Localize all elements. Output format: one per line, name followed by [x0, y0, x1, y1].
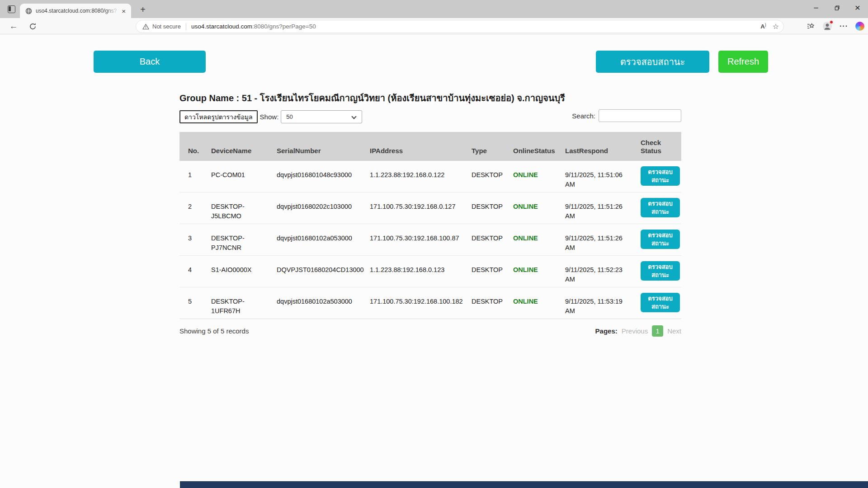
row-check-status-button[interactable]: ตรวจสอบสถานะ — [641, 166, 680, 186]
search-input[interactable] — [599, 109, 681, 122]
minimize-button[interactable]: – — [806, 0, 826, 15]
restore-button[interactable] — [826, 0, 847, 15]
row-check-status-button[interactable]: ตรวจสอบสถานะ — [641, 230, 680, 249]
cell-type: DESKTOP — [472, 224, 513, 255]
cell-serial-number: dqvpjst01680102a053000 — [277, 224, 370, 255]
cell-no: 2 — [179, 192, 211, 224]
device-table: No. DeviceName SerialNumber IPAddress Ty… — [179, 132, 681, 319]
tab-close-icon[interactable]: × — [120, 7, 127, 15]
col-header-online-status: OnlineStatus — [513, 132, 565, 161]
back-button[interactable]: Back — [94, 51, 206, 73]
refresh-nav-icon[interactable] — [26, 20, 39, 33]
favorite-star-icon[interactable]: ☆ — [773, 22, 779, 31]
check-status-button[interactable]: ตรวจสอบสถานะ — [596, 51, 709, 73]
browser-toolbar: ← Not secure uso4.starcatcloud.com:8080/… — [0, 18, 868, 34]
table-row: 2 DESKTOP-J5LBCMO dqvpjst01680202c103000… — [179, 192, 681, 224]
read-aloud-icon[interactable]: A) — [760, 23, 766, 30]
window-controls: – × — [806, 0, 868, 18]
row-check-status-button[interactable]: ตรวจสอบสถานะ — [641, 293, 680, 312]
browser-tab[interactable]: uso4.starcatcloud.com:8080/gns? × — [20, 4, 131, 18]
cell-check-status: ตรวจสอบสถานะ — [641, 256, 681, 287]
cell-device-name: DESKTOP-1UFR67H — [211, 287, 277, 319]
col-header-last-respond: LastRespond — [565, 132, 641, 161]
profile-avatar[interactable] — [822, 21, 832, 31]
cell-online-status: ONLINE — [513, 256, 565, 287]
cell-serial-number: dqvpjst016801048c93000 — [277, 161, 370, 192]
previous-page-link[interactable]: Previous — [622, 327, 648, 335]
cell-type: DESKTOP — [472, 161, 513, 192]
new-tab-button[interactable]: + — [137, 4, 149, 16]
cell-last-respond: 9/11/2025, 11:51:26 AM — [565, 224, 641, 255]
collections-icon[interactable] — [807, 22, 815, 31]
globe-icon — [25, 8, 32, 14]
url-host: uso4.starcatcloud.com — [191, 23, 252, 30]
refresh-button[interactable]: Refresh — [718, 51, 768, 73]
page-title: Group Name : 51 - โรงเรียนไทรโยคมณีกาญน์… — [179, 91, 565, 105]
table-row: 1 PC-COM01 dqvpjst016801048c93000 1.1.22… — [179, 161, 681, 192]
notification-dot — [830, 20, 833, 24]
col-header-device-name: DeviceName — [211, 132, 277, 161]
col-header-check-status: Check Status — [641, 132, 681, 161]
show-select[interactable]: 50 — [281, 110, 362, 123]
close-window-button[interactable]: × — [847, 0, 868, 15]
cell-serial-number: dqvpjst01680202c103000 — [277, 192, 370, 224]
copilot-icon[interactable] — [855, 22, 864, 31]
cell-no: 5 — [179, 287, 211, 319]
page-content: Back ตรวจสอบสถานะ Refresh Group Name : 5… — [0, 35, 868, 488]
table-header-row: No. DeviceName SerialNumber IPAddress Ty… — [179, 132, 681, 161]
col-header-type: Type — [472, 132, 513, 161]
row-check-status-button[interactable]: ตรวจสอบสถานะ — [641, 261, 680, 281]
cell-device-name: DESKTOP-PJ7NCNR — [211, 224, 277, 255]
row-check-status-button[interactable]: ตรวจสอบสถานะ — [641, 198, 680, 217]
col-header-serial-number: SerialNumber — [277, 132, 370, 161]
tab-title: uso4.starcatcloud.com:8080/gns? — [36, 8, 120, 14]
cell-ip-address: 171.100.75.30:192.168.100.182 — [370, 287, 472, 319]
address-bar[interactable]: Not secure uso4.starcatcloud.com:8080/gn… — [136, 20, 784, 33]
cell-last-respond: 9/11/2025, 11:52:23 AM — [565, 256, 641, 287]
cell-last-respond: 9/11/2025, 11:53:19 AM — [565, 287, 641, 319]
cell-online-status: ONLINE — [513, 224, 565, 255]
cell-no: 1 — [179, 161, 211, 192]
cell-type: DESKTOP — [472, 287, 513, 319]
warning-icon — [142, 23, 149, 30]
current-page-badge[interactable]: 1 — [652, 325, 663, 337]
cell-check-status: ตรวจสอบสถานะ — [641, 287, 681, 319]
back-nav-icon[interactable]: ← — [7, 20, 20, 33]
records-count: Showing 5 of 5 records — [179, 327, 249, 335]
cell-serial-number: dqvpjst01680102a503000 — [277, 287, 370, 319]
table-body: 1 PC-COM01 dqvpjst016801048c93000 1.1.22… — [179, 161, 681, 319]
restore-icon — [834, 5, 840, 11]
pages-label: Pages: — [595, 327, 618, 335]
cell-ip-address: 171.100.75.30:192.168.100.87 — [370, 224, 472, 255]
cell-online-status: ONLINE — [513, 161, 565, 192]
col-header-no: No. — [179, 132, 211, 161]
url-path: :8080/gns?perPage=50 — [252, 23, 316, 30]
table-footer: Showing 5 of 5 records Pages: Previous 1… — [179, 325, 681, 337]
cell-type: DESKTOP — [472, 192, 513, 224]
show-select-value: 50 — [286, 113, 292, 120]
security-chip[interactable]: Not secure — [142, 23, 181, 30]
download-table-image-button[interactable]: ดาวโหลดรูปตารางข้อมูล — [179, 110, 258, 123]
toolbar-right-icons: ··· — [807, 20, 864, 33]
cell-no: 4 — [179, 256, 211, 287]
cell-ip-address: 1.1.223.88:192.168.0.122 — [370, 161, 472, 192]
table-row: 5 DESKTOP-1UFR67H dqvpjst01680102a503000… — [179, 287, 681, 319]
security-label: Not secure — [152, 23, 181, 30]
cell-check-status: ตรวจสอบสถานะ — [641, 161, 681, 192]
table-row: 3 DESKTOP-PJ7NCNR dqvpjst01680102a053000… — [179, 224, 681, 256]
settings-menu-icon[interactable]: ··· — [840, 22, 848, 30]
cell-ip-address: 1.1.223.88:192.168.0.123 — [370, 256, 472, 287]
table-row: 4 S1-AIO0000X DQVPJST01680204CD13000 1.1… — [179, 256, 681, 287]
cell-no: 3 — [179, 224, 211, 255]
cell-check-status: ตรวจสอบสถานะ — [641, 224, 681, 255]
address-divider — [186, 23, 186, 30]
chevron-down-icon — [352, 114, 357, 119]
next-page-link[interactable]: Next — [667, 327, 681, 335]
search-label: Search: — [572, 112, 595, 120]
tab-actions-icon[interactable] — [8, 5, 15, 13]
table-controls-right: Search: — [572, 109, 681, 122]
show-label: Show: — [260, 113, 279, 121]
cell-device-name: PC-COM01 — [211, 161, 277, 192]
address-bar-icons: A) ☆ — [760, 20, 779, 33]
url-text: uso4.starcatcloud.com:8080/gns?perPage=5… — [191, 23, 316, 30]
